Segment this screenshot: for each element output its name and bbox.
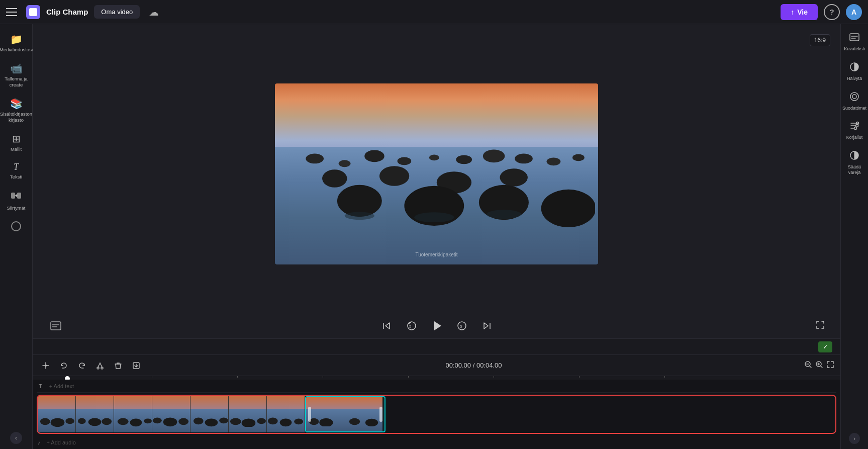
media-icon: 📁 xyxy=(10,33,23,45)
captions-icon xyxy=(849,33,859,45)
video-thumb-3 xyxy=(114,396,152,432)
timeline-area: ✓ xyxy=(33,338,840,449)
forward-button[interactable]: 5 xyxy=(454,318,470,334)
svg-point-7 xyxy=(429,154,439,160)
cloud-save-icon[interactable]: ☁ xyxy=(146,4,162,20)
captions-label: Kuvateksti xyxy=(844,46,865,52)
sidebar-collapse-button[interactable]: ‹ xyxy=(10,432,22,444)
skip-to-start-button[interactable] xyxy=(378,318,395,334)
zoom-fit-button[interactable] xyxy=(826,361,834,371)
svg-marker-28 xyxy=(434,321,441,330)
time-total: / 00:04.00 xyxy=(473,362,502,369)
right-sidebar-collapse-button[interactable]: › xyxy=(849,433,860,444)
play-button[interactable] xyxy=(429,318,445,334)
video-preview: Tuotemerkkipaketit xyxy=(275,83,598,264)
main-area: 📁 Mediatiedostosi 📹 Tallenna ja create 📚… xyxy=(0,24,868,449)
sidebar-item-templates[interactable]: ⊞ Mallit xyxy=(2,129,31,156)
right-sidebar: Kuvateksti Häivytä Suodattimet xyxy=(840,24,868,449)
skip-to-end-button[interactable] xyxy=(479,318,495,334)
add-audio-label[interactable]: + Add audio xyxy=(43,439,76,445)
svg-point-22 xyxy=(414,212,454,222)
sidebar-item-transitions[interactable]: Siirtymät xyxy=(2,186,31,215)
add-text-label[interactable]: + Add text xyxy=(45,383,74,389)
svg-point-13 xyxy=(322,169,347,188)
controls-center: 5 5 xyxy=(378,318,495,334)
svg-point-10 xyxy=(515,153,533,163)
timeline-toolbar: 00:00.00 / 00:04.00 xyxy=(33,355,840,376)
svg-point-16 xyxy=(500,168,527,187)
aspect-ratio-badge: 16:9 xyxy=(810,34,830,46)
video-preview-area: Tuotemerkkipaketit 16:9 xyxy=(33,24,840,313)
svg-point-46 xyxy=(163,418,177,427)
redo-button[interactable] xyxy=(75,358,89,373)
scene-rocks-svg xyxy=(275,129,595,228)
video-segment-selected[interactable] xyxy=(305,396,385,432)
sidebar-item-color[interactable]: Säädä värejä xyxy=(842,146,867,179)
svg-point-3 xyxy=(306,153,324,163)
confirm-icon: ✓ xyxy=(823,343,828,350)
sidebar-item-content-library[interactable]: 📚 Sisältökirjaston kirjasto xyxy=(2,94,31,127)
zoom-out-button[interactable] xyxy=(804,361,812,371)
confirm-button[interactable]: ✓ xyxy=(818,341,832,352)
svg-rect-1 xyxy=(17,193,21,199)
svg-point-40 xyxy=(88,418,102,426)
svg-text:5: 5 xyxy=(409,324,412,329)
watermark-text: Tuotemerkkipaketit xyxy=(415,252,457,257)
snap-button[interactable] xyxy=(39,358,53,373)
segment-left-handle[interactable] xyxy=(308,407,311,422)
svg-rect-24 xyxy=(51,322,61,330)
svg-point-60 xyxy=(365,418,378,426)
sidebar-item-captions[interactable]: Kuvateksti xyxy=(842,29,867,56)
svg-point-51 xyxy=(230,418,241,425)
adjustments-label: Korjailut xyxy=(846,135,863,140)
video-track[interactable] xyxy=(37,395,836,434)
sidebar-item-filters[interactable]: Suodattimet xyxy=(842,87,867,115)
zoom-in-button[interactable] xyxy=(815,361,823,371)
delete-button[interactable] xyxy=(111,358,125,373)
sidebar-item-adjustments[interactable]: Korjailut xyxy=(842,117,867,144)
fullscreen-button[interactable] xyxy=(815,320,825,332)
video-segment-main[interactable] xyxy=(38,396,305,432)
color-icon xyxy=(849,150,859,163)
project-name-button[interactable]: Oma video xyxy=(94,5,140,19)
sidebar-item-fade[interactable]: Häivytä xyxy=(842,58,867,85)
video-thumb-7 xyxy=(267,396,305,432)
avatar-button[interactable]: A xyxy=(846,4,862,20)
sidebar-content-library-label: Sisältökirjaston kirjasto xyxy=(0,111,32,123)
audio-track-row: ♪ + Add audio xyxy=(37,436,836,449)
topbar-left: Clip Champ Oma video ☁ xyxy=(6,4,162,20)
video-thumb-4 xyxy=(152,396,190,432)
filters-icon xyxy=(849,92,859,104)
save-frame-button[interactable] xyxy=(129,358,143,373)
caption-toggle-button[interactable] xyxy=(48,318,64,334)
selected-thumb-2 xyxy=(344,397,382,431)
svg-point-36 xyxy=(40,418,50,425)
fade-label: Häivytä xyxy=(847,76,862,81)
text-track-row: T + Add text xyxy=(37,380,836,393)
svg-point-11 xyxy=(547,157,561,165)
sidebar-item-record[interactable]: 📹 Tallenna ja create xyxy=(2,58,31,92)
svg-point-37 xyxy=(51,418,65,427)
left-sidebar: 📁 Mediatiedostosi 📹 Tallenna ja create 📚… xyxy=(0,24,33,449)
sidebar-item-text[interactable]: T Teksti xyxy=(2,158,31,184)
content-library-icon: 📚 xyxy=(10,98,23,110)
sidebar-text-label: Teksti xyxy=(10,174,22,179)
svg-point-2 xyxy=(12,222,21,231)
cut-button[interactable] xyxy=(93,358,107,373)
playback-controls: 5 5 xyxy=(33,313,840,338)
sidebar-item-branding[interactable] xyxy=(2,217,31,238)
help-button[interactable]: ? xyxy=(824,4,840,20)
hamburger-menu-button[interactable] xyxy=(6,5,20,19)
export-button[interactable]: ↑ Vie xyxy=(781,4,818,20)
sidebar-item-media[interactable]: 📁 Mediatiedostosi xyxy=(2,29,31,56)
svg-point-65 xyxy=(856,125,858,127)
svg-point-30 xyxy=(45,365,47,367)
rewind-button[interactable]: 5 xyxy=(404,318,420,334)
undo-button[interactable] xyxy=(57,358,71,373)
svg-point-63 xyxy=(850,93,858,101)
fade-icon xyxy=(849,62,859,74)
app-logo xyxy=(26,5,40,19)
segment-right-handle[interactable] xyxy=(379,407,382,422)
svg-point-42 xyxy=(118,418,129,425)
app-title: Clip Champ xyxy=(46,8,88,16)
